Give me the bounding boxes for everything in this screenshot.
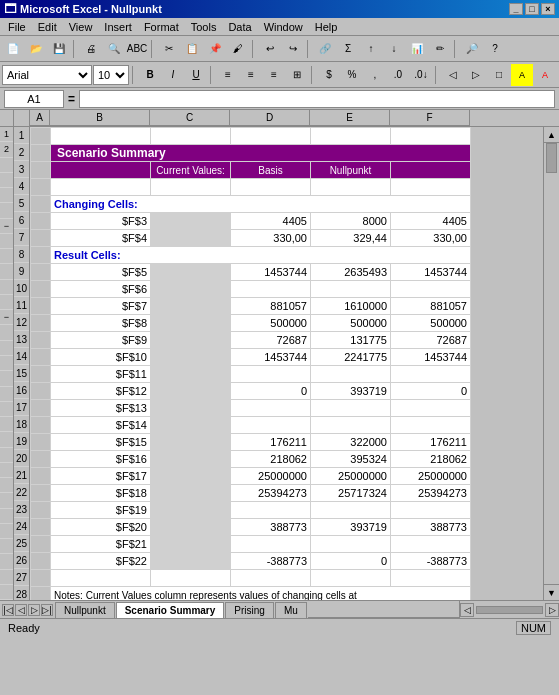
align-right-button[interactable]: ≡ <box>263 64 285 86</box>
menu-file[interactable]: File <box>2 20 32 34</box>
cell-e18[interactable] <box>311 417 391 434</box>
row-num-7[interactable]: 7 <box>14 229 29 246</box>
cell-f24[interactable]: 388773 <box>391 519 471 536</box>
font-color-button[interactable]: A <box>534 64 556 86</box>
col-header-a[interactable]: A <box>30 110 50 126</box>
cell-f26[interactable]: -388773 <box>391 553 471 570</box>
cell-b13[interactable]: $F$9 <box>51 332 151 349</box>
cell-d6[interactable]: 4405 <box>231 213 311 230</box>
cell-c15[interactable] <box>151 366 231 383</box>
cell-c23[interactable] <box>151 502 231 519</box>
cell-d18[interactable] <box>231 417 311 434</box>
menu-data[interactable]: Data <box>222 20 257 34</box>
tab-prising[interactable]: Prising <box>225 602 274 618</box>
cell-d26[interactable]: -388773 <box>231 553 311 570</box>
paste-button[interactable]: 📌 <box>204 38 226 60</box>
tab-first-button[interactable]: |◁ <box>2 604 14 616</box>
row-num-12[interactable]: 12 <box>14 314 29 331</box>
hyperlink-button[interactable]: 🔗 <box>314 38 336 60</box>
cell-b27[interactable] <box>51 570 151 587</box>
cell-c19[interactable] <box>151 434 231 451</box>
hscroll-left-button[interactable]: ◁ <box>460 603 474 617</box>
row-num-28[interactable]: 28 <box>14 586 29 600</box>
cell-b28[interactable]: Notes: Current Values column represents … <box>51 587 471 601</box>
spell-check-button[interactable]: ABC <box>126 38 148 60</box>
cell-b18[interactable]: $F$14 <box>51 417 151 434</box>
row-num-13[interactable]: 13 <box>14 331 29 348</box>
cell-c11[interactable] <box>151 298 231 315</box>
cell-d11[interactable]: 881057 <box>231 298 311 315</box>
tab-mu[interactable]: Mu <box>275 602 307 618</box>
print-button[interactable]: 🖨 <box>80 38 102 60</box>
cell-d10[interactable] <box>231 281 311 298</box>
cell-a17[interactable] <box>31 400 51 417</box>
cell-b23[interactable]: $F$19 <box>51 502 151 519</box>
formula-input[interactable] <box>79 90 555 108</box>
cell-d27[interactable] <box>231 570 311 587</box>
cell-f20[interactable]: 218062 <box>391 451 471 468</box>
cell-e26[interactable]: 0 <box>311 553 391 570</box>
menu-edit[interactable]: Edit <box>32 20 63 34</box>
cell-a11[interactable] <box>31 298 51 315</box>
cell-a18[interactable] <box>31 417 51 434</box>
cell-f22[interactable]: 25394273 <box>391 485 471 502</box>
outline-level1[interactable]: 1 <box>0 127 13 142</box>
row-num-14[interactable]: 14 <box>14 348 29 365</box>
close-button[interactable]: × <box>541 3 555 15</box>
bold-button[interactable]: B <box>139 64 161 86</box>
cell-d21[interactable]: 25000000 <box>231 468 311 485</box>
cell-d16[interactable]: 0 <box>231 383 311 400</box>
cell-c6[interactable] <box>151 213 231 230</box>
cell-d15[interactable] <box>231 366 311 383</box>
col-header-c[interactable]: C <box>150 110 230 126</box>
cell-c4[interactable] <box>151 179 231 196</box>
decrease-decimal-button[interactable]: .0↓ <box>410 64 432 86</box>
cell-d22[interactable]: 25394273 <box>231 485 311 502</box>
cell-c22[interactable] <box>151 485 231 502</box>
cell-a23[interactable] <box>31 502 51 519</box>
cell-f16[interactable]: 0 <box>391 383 471 400</box>
chart-wizard-button[interactable]: 📊 <box>406 38 428 60</box>
cell-b21[interactable]: $F$17 <box>51 468 151 485</box>
scroll-up-button[interactable]: ▲ <box>544 127 559 143</box>
merge-center-button[interactable]: ⊞ <box>286 64 308 86</box>
cell-a14[interactable] <box>31 349 51 366</box>
cell-a24[interactable] <box>31 519 51 536</box>
currency-button[interactable]: $ <box>318 64 340 86</box>
decrease-indent-button[interactable]: ◁ <box>442 64 464 86</box>
menu-window[interactable]: Window <box>258 20 309 34</box>
row-num-24[interactable]: 24 <box>14 518 29 535</box>
cell-c16[interactable] <box>151 383 231 400</box>
cell-c18[interactable] <box>151 417 231 434</box>
cell-a19[interactable] <box>31 434 51 451</box>
outline-level2[interactable]: 2 <box>0 142 13 157</box>
row-num-10[interactable]: 10 <box>14 280 29 297</box>
cell-d7[interactable]: 330,00 <box>231 230 311 247</box>
col-header-b[interactable]: B <box>50 110 150 126</box>
cell-d20[interactable]: 218062 <box>231 451 311 468</box>
cell-a12[interactable] <box>31 315 51 332</box>
cell-a22[interactable] <box>31 485 51 502</box>
cell-a27[interactable] <box>31 570 51 587</box>
cell-f27[interactable] <box>391 570 471 587</box>
cell-a16[interactable] <box>31 383 51 400</box>
cell-b5[interactable]: Changing Cells: <box>51 196 471 213</box>
cell-c3[interactable]: Current Values: <box>151 162 231 179</box>
cell-f11[interactable]: 881057 <box>391 298 471 315</box>
format-painter-button[interactable]: 🖌 <box>227 38 249 60</box>
align-center-button[interactable]: ≡ <box>240 64 262 86</box>
cell-d24[interactable]: 388773 <box>231 519 311 536</box>
cell-f12[interactable]: 500000 <box>391 315 471 332</box>
cell-d3[interactable]: Basis <box>231 162 311 179</box>
cell-b15[interactable]: $F$11 <box>51 366 151 383</box>
cell-b3[interactable] <box>51 162 151 179</box>
align-left-button[interactable]: ≡ <box>217 64 239 86</box>
menu-help[interactable]: Help <box>309 20 344 34</box>
cell-d25[interactable] <box>231 536 311 553</box>
row-num-15[interactable]: 15 <box>14 365 29 382</box>
tab-nav-buttons[interactable]: |◁ ◁ ▷ ▷| <box>0 601 55 618</box>
cell-e19[interactable]: 322000 <box>311 434 391 451</box>
row-num-22[interactable]: 22 <box>14 484 29 501</box>
horizontal-scrollbar[interactable]: ◁ ▷ <box>459 601 559 618</box>
row-num-2[interactable]: 2 <box>14 144 29 161</box>
